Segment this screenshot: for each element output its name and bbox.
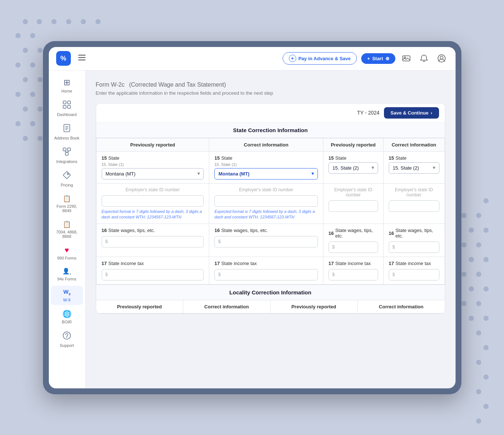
svg-rect-9 (63, 105, 66, 108)
sidebar-item-form2290[interactable]: 📋 Form 2290, 8849 (51, 192, 83, 216)
integrations-icon (63, 148, 71, 158)
pricing-icon (63, 171, 71, 181)
col2-hint: Expected format is 7 digits followed by … (214, 209, 318, 220)
sidebar-item-support[interactable]: Support (51, 329, 83, 351)
col4-state-select[interactable]: 15. State (2) (389, 162, 439, 174)
col3-tax-dollar: $ (332, 271, 335, 277)
col2-state-select-wrapper: Montana (MT) ▼ (214, 168, 318, 180)
col2-wages-cell: 16 State wages, tips, etc. $ (209, 224, 323, 257)
profile-icon[interactable] (435, 52, 448, 65)
locality-col-header-4: Correct information (358, 300, 445, 313)
col4-employer-id-input[interactable] (389, 200, 439, 212)
col2-wages-dollar: $ (218, 238, 221, 244)
col2-tax-dollar: $ (218, 271, 221, 277)
svg-rect-7 (63, 101, 66, 104)
col4-state-cell: 15 State 15. State (2) ▼ (383, 151, 445, 183)
svg-rect-8 (68, 101, 70, 104)
sidebar-item-pricing[interactable]: Pricing (51, 168, 83, 190)
col4-wages-cell: 16 State wages, tips, etc. $ (383, 224, 445, 257)
col1-wages-cell: 16 State wages, tips, etc. $ (96, 224, 209, 257)
col4-wages-dollar: $ (392, 244, 395, 249)
save-continue-button[interactable]: Save & Continue › (384, 107, 439, 119)
svg-rect-1 (78, 57, 86, 58)
col3-state-select[interactable]: 15. State (2) (329, 162, 378, 174)
dashboard-icon (63, 101, 71, 111)
col3-state-select-wrapper: 15. State (2) ▼ (329, 162, 378, 174)
svg-point-21 (63, 332, 70, 339)
svg-point-6 (440, 56, 443, 59)
gallery-icon[interactable] (400, 52, 413, 65)
col1-state-select-wrapper: Montana (MT) ▼ (102, 168, 204, 180)
svg-rect-17 (65, 152, 68, 155)
sidebar-item-w9[interactable]: W₂ W-9 (51, 286, 83, 305)
col1-hint: Expected format is 7 digits followed by … (102, 209, 204, 220)
page-subtitle: Enter the applicable information in the … (96, 90, 445, 96)
svg-rect-15 (63, 148, 66, 151)
sidebar-item-boir[interactable]: 🌐 BOIR (51, 307, 83, 327)
address-book-icon (63, 124, 70, 134)
990forms-icon: ♥ (65, 246, 69, 254)
locality-header-row: Previously reported Correct information … (96, 300, 445, 313)
sidebar-item-990forms[interactable]: ♥ 990 Forms (51, 243, 83, 263)
col3-wages-dollar: $ (332, 244, 335, 249)
col1-state-select[interactable]: Montana (MT) (102, 168, 204, 180)
start-button[interactable]: + Start ⊕ (361, 53, 395, 64)
state-correction-title: State Correction Information (96, 123, 445, 138)
sidebar-item-dashboard[interactable]: Dashboard (51, 98, 83, 120)
col1-wages-dollar: $ (105, 238, 108, 244)
table-row-state-income-tax: 17 State income tax $ (96, 257, 445, 284)
sidebar-item-94x[interactable]: 👤₂ 94x Forms (51, 265, 83, 284)
page-title: Form W-2c (Corrected Wage and Tax Statem… (96, 79, 445, 89)
col1-wages-input[interactable] (102, 236, 204, 247)
col-header-1: Previously reported (96, 138, 209, 151)
sidebar-item-7004[interactable]: 📋 7004, 4868, 8868 (51, 217, 83, 242)
col1-select-group-label: 15. State (1) (102, 162, 204, 167)
home-icon: ⊞ (64, 78, 70, 87)
table-row-state-wages: 16 State wages, tips, etc. $ (96, 224, 445, 257)
navbar: % Pay in Advance & Save + Start ⊕ (49, 47, 456, 70)
col3-state-cell: 15 State 15. State (2) ▼ (323, 151, 383, 183)
form2290-icon: 📋 (63, 195, 71, 203)
col2-tax-cell: 17 State income tax $ (209, 257, 323, 284)
col4-state-select-wrapper: 15. State (2) ▼ (389, 162, 439, 174)
sidebar-item-home[interactable]: ⊞ Home (51, 75, 83, 96)
col2-wages-input[interactable] (214, 236, 318, 247)
col-header-2: Correct information (209, 138, 323, 151)
support-icon (63, 331, 71, 342)
menu-icon[interactable] (78, 55, 86, 62)
logo[interactable]: % (56, 51, 71, 66)
col1-employer-id-input[interactable] (102, 195, 204, 207)
col4-tax-input[interactable] (389, 269, 439, 280)
form7004-icon: 📋 (63, 220, 71, 228)
locality-col-header-3: Previously reported (271, 300, 358, 313)
col1-tax-input[interactable] (102, 269, 204, 280)
sidebar: ⊞ Home Dashboard (49, 70, 86, 388)
col3-employer-id-input[interactable] (329, 200, 378, 212)
locality-correction-title: Locality Correction Information (96, 284, 445, 300)
sidebar-item-address-book[interactable]: Address Book (51, 121, 83, 143)
pay-advance-button[interactable]: Pay in Advance & Save (283, 52, 357, 65)
col2-state-select[interactable]: Montana (MT) (214, 168, 318, 180)
svg-rect-0 (78, 55, 86, 56)
sidebar-item-integrations[interactable]: Integrations (51, 145, 83, 167)
col1-employer-id-cell: Employer's state ID number Expected form… (96, 183, 209, 224)
col2-employer-id-input[interactable] (214, 195, 318, 207)
col4-wages-input[interactable] (389, 242, 439, 253)
w9-icon: W₂ (63, 289, 70, 296)
col2-state-cell: 15 State 15. State (1) Montana (MT) ▼ (209, 151, 323, 183)
svg-rect-3 (403, 56, 410, 61)
col4-tax-dollar: $ (392, 271, 395, 277)
main-card: % Pay in Advance & Save + Start ⊕ (43, 41, 461, 394)
notification-icon[interactable] (417, 52, 431, 65)
col4-tax-cell: 17 State income tax $ (383, 257, 445, 284)
content-area: Form W-2c (Corrected Wage and Tax Statem… (86, 70, 456, 388)
col2-tax-input[interactable] (214, 269, 318, 280)
col1-tax-dollar: $ (105, 271, 108, 277)
svg-rect-10 (68, 105, 70, 108)
inner-card: % Pay in Advance & Save + Start ⊕ (49, 47, 456, 388)
col3-wages-input[interactable] (329, 242, 378, 253)
col3-tax-input[interactable] (329, 269, 378, 280)
locality-col-header-1: Previously reported (96, 300, 184, 313)
form-container: TY - 2024 Save & Continue › State Correc… (96, 103, 445, 314)
col2-employer-id-cell: Employer's state ID number Expected form… (209, 183, 323, 224)
